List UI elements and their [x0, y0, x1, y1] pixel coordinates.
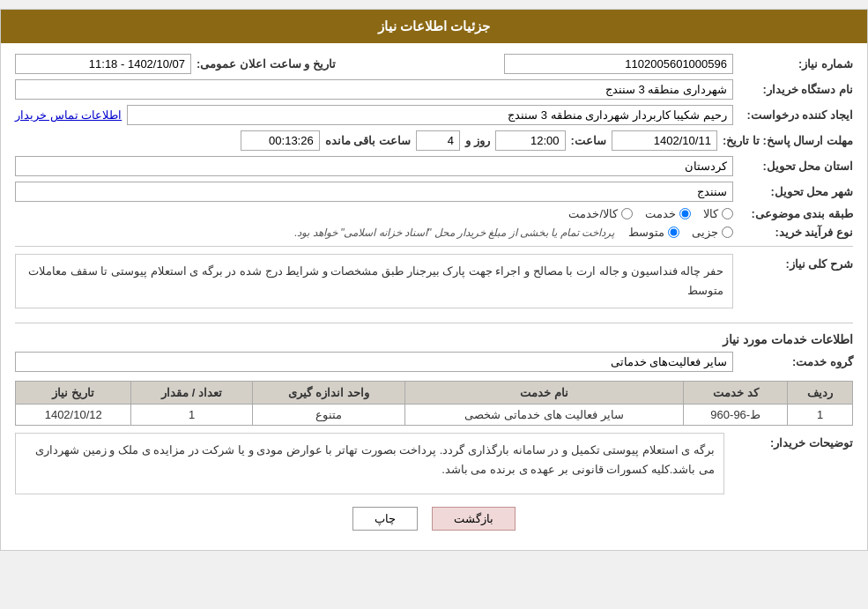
purchase-type-row: نوع فرآیند خرید: جزیی متوسط پرداخت تمام …	[15, 226, 853, 239]
service-group-row: گروه خدمت:	[15, 352, 853, 372]
category-khedmat[interactable]: خدمت	[645, 207, 691, 220]
category-kala-khedmat-radio[interactable]	[621, 208, 633, 219]
remaining-label: ساعت باقی مانده	[325, 134, 411, 147]
city-row: شهر محل تحویل:	[15, 182, 853, 202]
purchase-jozi[interactable]: جزیی	[692, 226, 733, 239]
buyer-org-label: نام دستگاه خریدار:	[738, 83, 853, 96]
cell-unit: متنوع	[252, 405, 404, 426]
services-table: ردیف کد خدمت نام خدمت واحد اندازه گیری ت…	[15, 381, 853, 426]
requester-row: ایجاد کننده درخواست: اطلاعات تماس خریدار	[15, 105, 853, 125]
reply-days-input[interactable]	[416, 130, 460, 151]
buyer-notes-label: توضیحات خریدار:	[738, 433, 853, 449]
need-description-box: حفر چاله فنداسیون و جاله ارت با مصالح و …	[15, 254, 733, 308]
reply-days-label: روز و	[465, 134, 490, 147]
province-label: استان محل تحویل:	[738, 160, 853, 173]
requester-label: ایجاد کننده درخواست:	[738, 108, 853, 122]
buyer-notes-box: برگه ی استعلام پیوستی تکمیل و در سامانه …	[15, 433, 724, 494]
city-input[interactable]	[15, 182, 733, 202]
date-input[interactable]	[15, 54, 191, 74]
buyer-notes-text: برگه ی استعلام پیوستی تکمیل و در سامانه …	[35, 443, 715, 476]
page-header: جزئیات اطلاعات نیاز	[1, 10, 867, 43]
purchase-type-label: نوع فرآیند خرید:	[738, 226, 853, 239]
purchase-motavaset-label: متوسط	[628, 226, 664, 239]
purchase-radio-group: جزیی متوسط	[628, 226, 733, 239]
purchase-note: پرداخت تمام یا بخشی از مبلغ خریدار محل "…	[294, 227, 614, 239]
services-table-wrapper: ردیف کد خدمت نام خدمت واحد اندازه گیری ت…	[15, 381, 853, 426]
need-number-row: شماره نیاز: تاریخ و ساعت اعلان عمومی:	[15, 54, 853, 74]
purchase-motavaset[interactable]: متوسط	[628, 226, 679, 239]
col-name: نام خدمت	[405, 382, 684, 405]
content-area: شماره نیاز: تاریخ و ساعت اعلان عمومی: نا…	[1, 43, 867, 550]
date-label: تاریخ و ساعت اعلان عمومی:	[197, 57, 336, 71]
divider-2	[15, 323, 853, 323]
province-row: استان محل تحویل:	[15, 156, 853, 176]
buyer-notes-row: توضیحات خریدار: برگه ی استعلام پیوستی تک…	[15, 433, 853, 494]
col-date: تاریخ نیاز	[16, 382, 131, 405]
reply-time-label: ساعت:	[571, 134, 606, 147]
buyer-org-row: نام دستگاه خریدار:	[15, 79, 853, 100]
reply-deadline-row: مهلت ارسال پاسخ: تا تاریخ: ساعت: روز و س…	[15, 130, 853, 151]
table-row: 1ط-96-960سایر فعالیت های خدماتی شخصیمتنو…	[16, 405, 853, 426]
buttons-row: بازگشت چاپ	[15, 507, 853, 531]
category-kala[interactable]: کالا	[703, 207, 733, 220]
category-row: طبقه بندی موضوعی: کالا خدمت کالا/خدمت	[15, 207, 853, 220]
cell-date: 1402/10/12	[16, 405, 131, 426]
category-kala-radio[interactable]	[722, 208, 733, 219]
reply-time-input[interactable]	[495, 130, 566, 151]
category-kala-khedmat[interactable]: کالا/خدمت	[568, 207, 633, 220]
category-label: طبقه بندی موضوعی:	[738, 207, 853, 220]
purchase-jozi-radio[interactable]	[722, 227, 733, 238]
purchase-jozi-label: جزیی	[692, 226, 718, 239]
reply-date-input[interactable]	[612, 130, 717, 151]
province-input[interactable]	[15, 156, 733, 176]
need-number-input[interactable]	[504, 54, 733, 74]
services-tbody: 1ط-96-960سایر فعالیت های خدماتی شخصیمتنو…	[16, 405, 853, 426]
service-group-input[interactable]	[15, 352, 733, 372]
category-khedmat-radio[interactable]	[679, 208, 691, 219]
need-description-row: شرح کلی نیاز: حفر چاله فنداسیون و جاله ا…	[15, 254, 853, 316]
col-unit: واحد اندازه گیری	[252, 382, 404, 405]
requester-input[interactable]	[127, 105, 733, 125]
back-button[interactable]: بازگشت	[432, 507, 516, 531]
remaining-input[interactable]	[241, 130, 320, 151]
col-row-num: ردیف	[788, 382, 853, 405]
need-number-label: شماره نیاز:	[738, 57, 853, 71]
page-title: جزئیات اطلاعات نیاز	[378, 19, 490, 33]
buyer-org-input[interactable]	[15, 79, 733, 100]
need-description-text: حفر چاله فنداسیون و جاله ارت با مصالح و …	[28, 264, 723, 297]
print-button[interactable]: چاپ	[352, 507, 418, 531]
city-label: شهر محل تحویل:	[738, 185, 853, 198]
col-code: کد خدمت	[684, 382, 788, 405]
category-radio-group: کالا خدمت کالا/خدمت	[568, 207, 733, 220]
cell-row: 1	[788, 405, 853, 426]
divider-1	[15, 246, 853, 247]
category-khedmat-label: خدمت	[645, 207, 676, 220]
service-group-label: گروه خدمت:	[738, 355, 853, 368]
col-quantity: تعداد / مقدار	[131, 382, 252, 405]
table-header-row: ردیف کد خدمت نام خدمت واحد اندازه گیری ت…	[16, 382, 853, 405]
category-kala-label: کالا	[703, 207, 718, 220]
services-section-title: اطلاعات خدمات مورد نیاز	[15, 332, 853, 346]
cell-name: سایر فعالیت های خدماتی شخصی	[405, 405, 684, 426]
purchase-motavaset-radio[interactable]	[668, 227, 679, 238]
need-description-label: شرح کلی نیاز:	[738, 254, 853, 271]
contact-info-link[interactable]: اطلاعات تماس خریدار	[15, 108, 122, 122]
cell-code: ط-96-960	[684, 405, 788, 426]
page-wrapper: جزئیات اطلاعات نیاز شماره نیاز: تاریخ و …	[0, 9, 868, 551]
category-kala-khedmat-label: کالا/خدمت	[568, 207, 618, 220]
cell-quantity: 1	[131, 405, 252, 426]
reply-deadline-label: مهلت ارسال پاسخ: تا تاریخ:	[723, 134, 853, 147]
